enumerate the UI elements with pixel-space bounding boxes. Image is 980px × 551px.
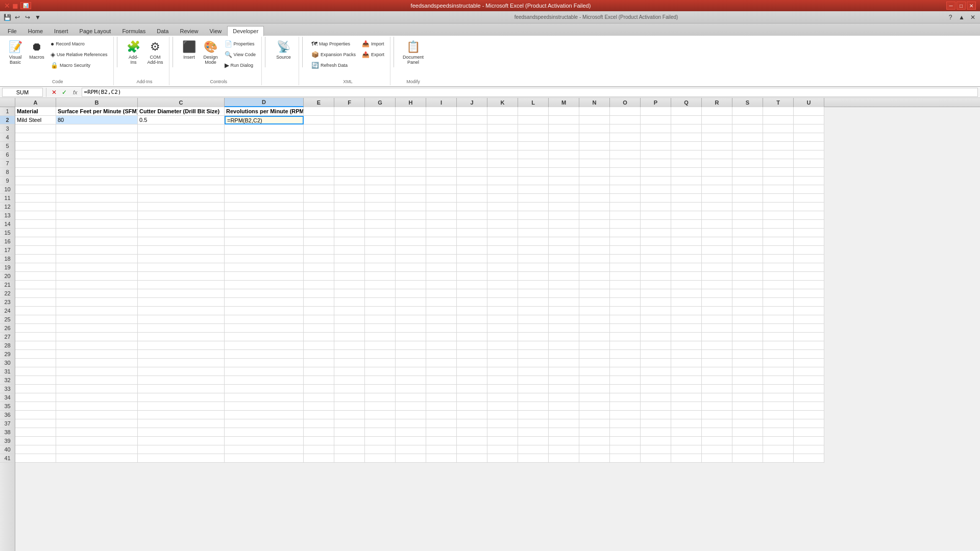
cell-r6[interactable]: [702, 151, 732, 159]
cell-h34[interactable]: [396, 393, 426, 402]
cell-h9[interactable]: [396, 177, 426, 185]
cell-s4[interactable]: [732, 133, 763, 142]
cell-q36[interactable]: [671, 411, 702, 419]
cell-f36[interactable]: [334, 411, 365, 419]
cell-l31[interactable]: [518, 367, 549, 376]
row-16[interactable]: 16: [0, 237, 15, 246]
row-11[interactable]: 11: [0, 194, 15, 203]
cell-o13[interactable]: [610, 211, 641, 220]
cell-e5[interactable]: [304, 142, 334, 151]
cell-g23[interactable]: [365, 298, 396, 307]
cell-f17[interactable]: [334, 246, 365, 255]
cell-m28[interactable]: [549, 341, 579, 350]
cell-m31[interactable]: [549, 367, 579, 376]
cell-t41[interactable]: [763, 454, 794, 463]
cell-b38[interactable]: [56, 428, 138, 437]
cell-p27[interactable]: [641, 333, 671, 341]
cell-q22[interactable]: [671, 289, 702, 298]
cell-d32[interactable]: [225, 376, 304, 385]
cell-q26[interactable]: [671, 324, 702, 333]
cell-s20[interactable]: [732, 272, 763, 281]
cell-r9[interactable]: [702, 177, 732, 185]
cell-o27[interactable]: [610, 333, 641, 341]
cell-m13[interactable]: [549, 211, 579, 220]
cell-i15[interactable]: [426, 229, 457, 237]
cell-u12[interactable]: [794, 203, 824, 211]
cell-c5[interactable]: [138, 142, 225, 151]
cell-p28[interactable]: [641, 341, 671, 350]
cell-r23[interactable]: [702, 298, 732, 307]
cell-o17[interactable]: [610, 246, 641, 255]
import-button[interactable]: 📥 Import: [359, 39, 387, 49]
cell-i33[interactable]: [426, 385, 457, 393]
cell-q18[interactable]: [671, 255, 702, 263]
cell-l38[interactable]: [518, 428, 549, 437]
cell-a28[interactable]: [15, 341, 56, 350]
cell-r20[interactable]: [702, 272, 732, 281]
col-header-c[interactable]: C: [138, 98, 225, 107]
cell-k34[interactable]: [487, 393, 518, 402]
cell-m4[interactable]: [549, 133, 579, 142]
cell-d10[interactable]: [225, 185, 304, 194]
cell-u10[interactable]: [794, 185, 824, 194]
view-code-button[interactable]: 🔍 View Code: [222, 49, 258, 60]
cell-m18[interactable]: [549, 255, 579, 263]
cell-i3[interactable]: [426, 124, 457, 133]
cell-o39[interactable]: [610, 437, 641, 445]
cell-n33[interactable]: [579, 385, 610, 393]
cell-f22[interactable]: [334, 289, 365, 298]
cell-s14[interactable]: [732, 220, 763, 229]
cell-k16[interactable]: [487, 237, 518, 246]
cell-a9[interactable]: [15, 177, 56, 185]
cell-f6[interactable]: [334, 151, 365, 159]
cell-i32[interactable]: [426, 376, 457, 385]
cell-q17[interactable]: [671, 246, 702, 255]
cell-h41[interactable]: [396, 454, 426, 463]
cell-f31[interactable]: [334, 367, 365, 376]
cell-u14[interactable]: [794, 220, 824, 229]
cell-n26[interactable]: [579, 324, 610, 333]
cell-i37[interactable]: [426, 419, 457, 428]
cell-m1[interactable]: [549, 107, 579, 116]
cell-n39[interactable]: [579, 437, 610, 445]
cell-t25[interactable]: [763, 315, 794, 324]
cell-d24[interactable]: [225, 307, 304, 315]
cell-b16[interactable]: [56, 237, 138, 246]
cell-k6[interactable]: [487, 151, 518, 159]
cell-f16[interactable]: [334, 237, 365, 246]
cell-e29[interactable]: [304, 350, 334, 359]
cell-k41[interactable]: [487, 454, 518, 463]
cell-i29[interactable]: [426, 350, 457, 359]
cell-o30[interactable]: [610, 359, 641, 367]
cell-u34[interactable]: [794, 393, 824, 402]
cell-p26[interactable]: [641, 324, 671, 333]
cell-q4[interactable]: [671, 133, 702, 142]
cell-m41[interactable]: [549, 454, 579, 463]
cell-a12[interactable]: [15, 203, 56, 211]
cell-u26[interactable]: [794, 324, 824, 333]
row-33[interactable]: 33: [0, 385, 15, 393]
cell-o15[interactable]: [610, 229, 641, 237]
cell-n34[interactable]: [579, 393, 610, 402]
cell-u16[interactable]: [794, 237, 824, 246]
cell-i18[interactable]: [426, 255, 457, 263]
cell-g4[interactable]: [365, 133, 396, 142]
cell-a1[interactable]: Material: [15, 107, 56, 116]
cell-i1[interactable]: [426, 107, 457, 116]
cell-i34[interactable]: [426, 393, 457, 402]
cell-k19[interactable]: [487, 263, 518, 272]
cell-p22[interactable]: [641, 289, 671, 298]
cell-n11[interactable]: [579, 194, 610, 203]
cell-m25[interactable]: [549, 315, 579, 324]
tab-developer[interactable]: Developer: [227, 26, 264, 36]
cell-g17[interactable]: [365, 246, 396, 255]
cell-e40[interactable]: [304, 445, 334, 454]
cell-h39[interactable]: [396, 437, 426, 445]
cell-n29[interactable]: [579, 350, 610, 359]
cell-t36[interactable]: [763, 411, 794, 419]
cell-e35[interactable]: [304, 402, 334, 411]
help-btn[interactable]: ?: [945, 13, 955, 22]
cell-e25[interactable]: [304, 315, 334, 324]
cell-k39[interactable]: [487, 437, 518, 445]
cell-f25[interactable]: [334, 315, 365, 324]
